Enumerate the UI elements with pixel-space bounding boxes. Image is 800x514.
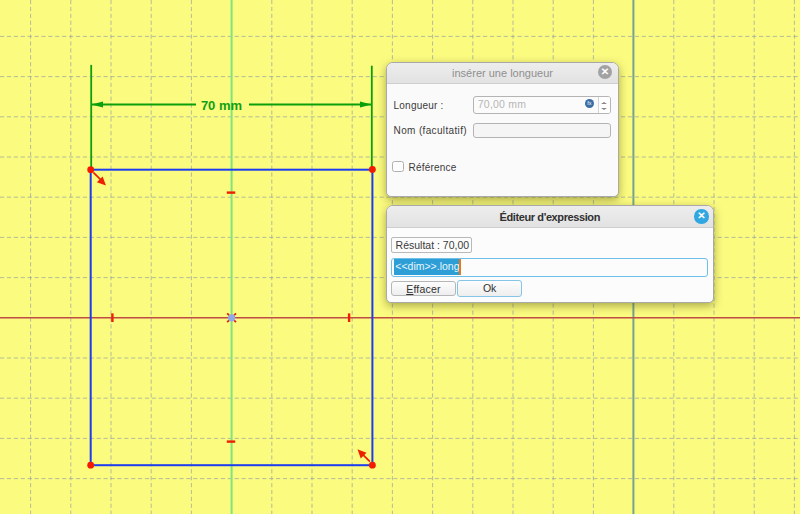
svg-text:70 mm: 70 mm	[201, 98, 242, 113]
